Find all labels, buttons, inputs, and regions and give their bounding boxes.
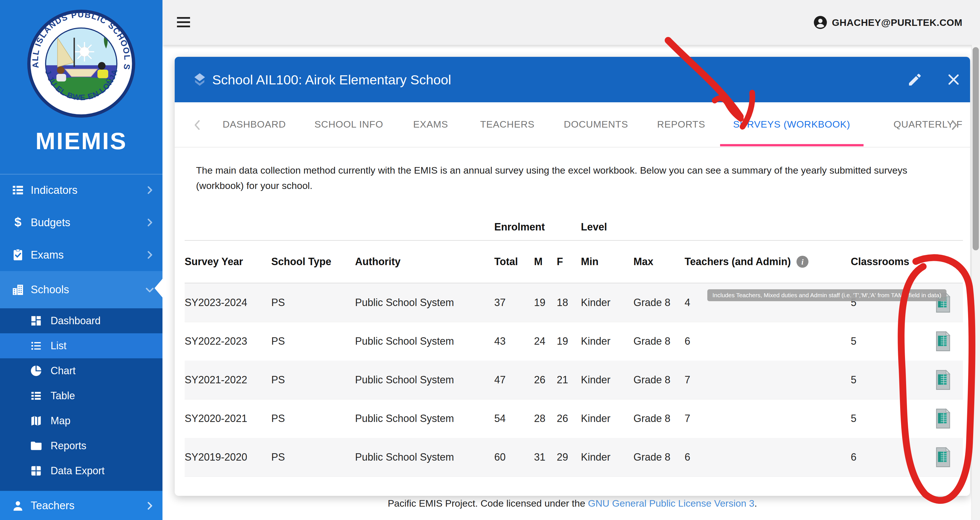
sidebar-item-label: Exams: [31, 249, 64, 261]
tabs-scroll-right-icon[interactable]: [948, 119, 960, 131]
table-row[interactable]: SY2019-2020 PS Public School System 60 3…: [185, 438, 963, 477]
seal-icon: MARSHALL ISLANDS PUBLIC SCHOOL SYSTEM “E…: [27, 10, 135, 118]
sidebar-item-schools[interactable]: Schools: [0, 271, 162, 308]
cell-teachers: 6: [684, 451, 851, 463]
col-f: F: [557, 256, 581, 268]
account-menu[interactable]: GHACHEY@PURLTEK.COM: [813, 0, 963, 45]
teachers-tooltip: Includes Teachers, Mixed duties and Admi…: [707, 289, 947, 301]
svg-text:i: i: [801, 258, 803, 266]
school-system-logo: MARSHALL ISLANDS PUBLIC SCHOOL SYSTEM “E…: [27, 10, 135, 118]
modal-title: School AIL100: Airok Elementary School: [212, 57, 451, 102]
submenu-item-list[interactable]: List: [0, 333, 162, 358]
submenu-item-dashboard[interactable]: Dashboard: [0, 308, 162, 333]
clipboard-check-icon: [11, 248, 25, 262]
gnu-license-link[interactable]: GNU General Public License Version 3: [588, 498, 754, 509]
workbook-spreadsheet-icon[interactable]: [923, 447, 963, 468]
workbook-spreadsheet-icon[interactable]: [923, 330, 963, 352]
tab-dashboard[interactable]: DASHBOARD: [223, 102, 286, 146]
cell-min: Kinder: [581, 297, 633, 309]
table-row[interactable]: SY2022-2023 PS Public School System 43 2…: [185, 322, 963, 361]
cell-survey-year: SY2020-2021: [185, 413, 271, 424]
sidebar-item-indicators[interactable]: Indicators: [0, 174, 162, 206]
cell-min: Kinder: [581, 374, 633, 386]
cell-f: 26: [557, 413, 581, 424]
footer-text: Pacific EMIS Project. Code licensed unde…: [388, 498, 588, 509]
sidebar-item-exams[interactable]: Exams: [0, 239, 162, 271]
tab-surveys-workbook[interactable]: SURVEYS (WORKBOOK): [733, 102, 850, 146]
workbook-spreadsheet-icon[interactable]: [923, 369, 963, 391]
description-line1: The main data collection method currentl…: [196, 163, 946, 178]
table-row[interactable]: SY2021-2022 PS Public School System 47 2…: [185, 360, 963, 400]
grid-export-icon: [30, 464, 43, 477]
scrollbar-track[interactable]: [972, 45, 980, 520]
table-row[interactable]: SY2020-2021 PS Public School System 54 2…: [185, 399, 963, 438]
col-m: M: [534, 256, 557, 268]
sidebar-item-label: Schools: [31, 284, 69, 296]
tab-exams[interactable]: EXAMS: [413, 102, 448, 146]
col-total: Total: [494, 256, 534, 268]
cell-teachers: 7: [684, 413, 851, 424]
cell-total: 54: [494, 413, 534, 424]
info-icon[interactable]: i: [796, 255, 809, 268]
indicators-list-icon: [11, 183, 25, 197]
submenu-item-reports[interactable]: Reports: [0, 433, 162, 458]
cell-authority: Public School System: [355, 451, 494, 463]
cell-m: 28: [534, 413, 557, 424]
cell-school-type: PS: [271, 335, 355, 347]
cell-max: Grade 8: [633, 335, 684, 347]
cell-authority: Public School System: [355, 335, 494, 347]
sidebar-item-label: Teachers: [31, 499, 75, 512]
surveys-description: The main data collection method currentl…: [196, 163, 946, 193]
cell-school-type: PS: [271, 297, 355, 309]
sidebar-item-teachers[interactable]: Teachers: [0, 491, 162, 520]
submenu-item-label: Data Export: [51, 465, 105, 477]
cell-max: Grade 8: [633, 413, 684, 424]
table-header-row: Survey Year School Type Authority Total …: [185, 241, 963, 283]
submenu-item-chart[interactable]: Chart: [0, 358, 162, 383]
col-classrooms: Classrooms: [851, 256, 923, 268]
submenu-item-label: Reports: [51, 440, 86, 452]
col-authority: Authority: [355, 256, 494, 268]
modal-header: School AIL100: Airok Elementary School: [175, 57, 970, 102]
folder-icon: [30, 439, 43, 452]
avatar-icon: [813, 15, 827, 30]
cell-f: 19: [557, 335, 581, 347]
tab-reports[interactable]: REPORTS: [657, 102, 705, 146]
submenu-item-label: Table: [51, 390, 75, 402]
tab-teachers[interactable]: TEACHERS: [480, 102, 535, 146]
tabs-scroll-left-icon[interactable]: [191, 119, 204, 131]
tab-documents[interactable]: DOCUMENTS: [564, 102, 628, 146]
cell-min: Kinder: [581, 335, 633, 347]
cell-classrooms: 6: [851, 451, 923, 463]
cell-classrooms: 5: [851, 335, 923, 347]
app-root: MARSHALL ISLANDS PUBLIC SCHOOL SYSTEM “E…: [0, 0, 980, 520]
submenu-item-data-export[interactable]: Data Export: [0, 458, 162, 483]
cell-f: 18: [557, 297, 581, 309]
submenu-item-map[interactable]: Map: [0, 408, 162, 433]
cell-total: 60: [494, 451, 534, 463]
cell-m: 19: [534, 297, 557, 309]
school-detail-modal: School AIL100: Airok Elementary School D…: [175, 57, 970, 496]
cell-f: 29: [557, 451, 581, 463]
submenu-item-table[interactable]: Table: [0, 383, 162, 408]
svg-text:$: $: [14, 216, 21, 229]
hamburger-menu-icon[interactable]: [177, 17, 191, 28]
chevron-right-icon: [144, 249, 155, 260]
active-tab-underline: [720, 144, 864, 146]
table-list-icon: [30, 389, 43, 402]
cell-max: Grade 8: [633, 297, 684, 309]
cell-survey-year: SY2023-2024: [185, 297, 271, 309]
cell-authority: Public School System: [355, 297, 494, 309]
schools-submenu: Dashboard List Chart: [0, 308, 162, 491]
scrollbar-thumb[interactable]: [973, 47, 979, 250]
sidebar-item-budgets[interactable]: $ Budgets: [0, 206, 162, 239]
edit-pencil-icon[interactable]: [907, 72, 923, 88]
workbook-spreadsheet-icon[interactable]: [923, 408, 963, 429]
tab-school-info[interactable]: SCHOOL INFO: [315, 102, 383, 146]
close-icon[interactable]: [946, 72, 961, 87]
cell-f: 21: [557, 374, 581, 386]
col-min: Min: [581, 256, 633, 268]
sidebar-item-label: Indicators: [31, 184, 78, 196]
chevron-right-icon: [144, 217, 155, 228]
topbar: GHACHEY@PURLTEK.COM: [162, 0, 980, 45]
